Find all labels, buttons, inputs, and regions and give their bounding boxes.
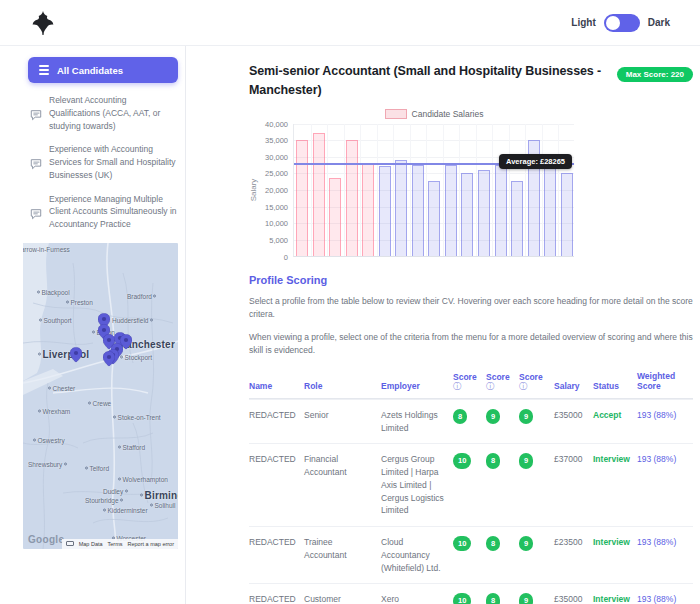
town-dot [140,494,143,497]
column-header-label: Status [593,381,632,391]
score-cell-2: 8 [486,453,519,517]
salary-bar[interactable] [428,181,440,256]
gridline [509,124,510,256]
column-header-label: Score [453,372,481,382]
salary-bar[interactable] [511,181,523,256]
dark-mode-label: Dark [648,17,670,28]
salary-bar[interactable] [313,133,325,256]
salary-bar[interactable] [329,178,341,256]
score-pill: 9 [519,593,533,604]
y-axis-tick-label: 30,000 [265,152,288,161]
role-cell: Financial Accountant [304,453,381,517]
column-header-label: Salary [554,381,588,391]
score-cell-2: 9 [486,409,519,435]
chat-bubble-icon [30,156,42,168]
name-cell: REDACTED [249,593,304,604]
gridline [492,124,493,256]
town-dot [120,499,123,502]
sidebar-item-criterion-1[interactable]: Relevant Accounting Qualifications (ACCA… [30,94,177,132]
y-axis-title: Salary [249,179,258,202]
table-row[interactable]: REDACTEDSeniorAzets Holdings Limited899£… [249,399,693,444]
column-header-role: Role [304,381,381,391]
column-header-label: Score [486,372,514,382]
table-row[interactable]: REDACTEDCustomer Experience Specialist (… [249,583,693,604]
gridline [377,124,378,256]
google-logo[interactable]: Google [28,534,64,545]
table-row[interactable]: REDACTEDTrainee AccountantCloud Accounta… [249,526,693,583]
salary-bar[interactable] [495,165,507,256]
y-axis-tick-label: 35,000 [265,136,288,145]
gridline [344,124,345,256]
info-circle-icon[interactable]: ⓘ [453,383,481,391]
role-cell: Senior [304,409,381,435]
salary-bar[interactable] [362,163,374,256]
map-city-label: Oswestry [33,436,65,443]
town-dot [92,330,95,333]
sidebar-item-criterion-2[interactable]: Experience with Accounting Services for … [30,143,177,181]
table-row[interactable]: REDACTEDFinancial AccountantCergus Group… [249,443,693,526]
town-dot [103,509,106,512]
column-header-label: Name [249,381,299,391]
gridline [393,124,394,256]
logo-leaf-icon [30,10,56,36]
score-cell-3: 9 [519,409,554,435]
map-city-label: Bradford [127,293,156,300]
salary-bar[interactable] [544,165,556,256]
score-column-header[interactable]: Scoreⓘ [453,372,486,391]
map-city-label: Solihull [150,502,175,509]
weighted-score-cell: 193 (88%) [637,593,693,604]
info-circle-icon[interactable]: ⓘ [519,383,549,391]
salary-bar[interactable] [296,140,308,256]
list-icon [39,65,49,75]
theme-toggle-switch[interactable] [604,14,640,32]
keyboard-shortcuts-icon[interactable] [66,541,74,546]
sidebar-item-criterion-3[interactable]: Experience Managing Multiple Client Acco… [30,193,177,231]
score-pill: 10 [453,536,471,551]
salary-bar[interactable] [561,173,573,256]
gridline [558,124,559,256]
score-column-header[interactable]: Scoreⓘ [486,372,519,391]
chat-bubble-icon [30,107,42,119]
salary-bar[interactable] [412,165,424,256]
salary-bar[interactable] [478,170,490,256]
score-cell-2: 8 [486,593,519,604]
y-axis-tick-label: 40,000 [265,119,288,128]
column-header-name: Name [249,381,304,391]
salary-bar[interactable] [445,165,457,256]
y-axis-tick-label: 10,000 [265,219,288,228]
all-candidates-label: All Candidates [57,65,123,76]
town-dot [88,402,91,405]
score-column-header[interactable]: Scoreⓘ [519,372,554,391]
town-dot [38,410,41,413]
score-pill: 8 [486,536,500,551]
map-city-label: Stafford [118,443,145,450]
main-content: Semi-senior Accountant (Small and Hospit… [186,46,700,604]
instructions-paragraph-2: When viewing a profile, select one of th… [249,331,693,358]
map-data-label: Map Data [79,541,103,547]
y-axis-tick-label: 25,000 [265,169,288,178]
status-cell: Accept [593,409,637,435]
map-city-label: Crewe [88,400,111,407]
info-circle-icon[interactable]: ⓘ [486,383,514,391]
terms-link[interactable]: Terms [108,541,123,547]
map-city-label: Kidderminster [103,507,148,514]
table-header-row: NameRoleEmployerScoreⓘScoreⓘScoreⓘSalary… [249,371,693,399]
salary-bar[interactable] [395,160,407,256]
employer-cell: Xero [381,593,453,604]
town-dot [64,462,67,465]
score-cell-3: 9 [519,453,554,517]
report-map-error-link[interactable]: Report a map error [128,541,174,547]
salary-bar[interactable] [461,173,473,256]
map-pin-icon[interactable] [70,347,82,362]
y-axis-tick-label: 5,000 [269,235,288,244]
map-pin-icon[interactable] [103,351,115,366]
salary-bar[interactable] [346,140,358,256]
status-cell: Interview [593,453,637,517]
town-dot [113,416,116,419]
app-root: Light Dark All Candidates Relevant Accou… [0,0,700,604]
map[interactable]: arrow-in-FurnessBlackpoolPrestonBradford… [23,243,178,549]
all-candidates-button[interactable]: All Candidates [28,57,178,83]
chart-legend[interactable]: Candidate Salaries [249,109,579,119]
legend-swatch [385,109,407,119]
salary-bar[interactable] [379,166,391,256]
